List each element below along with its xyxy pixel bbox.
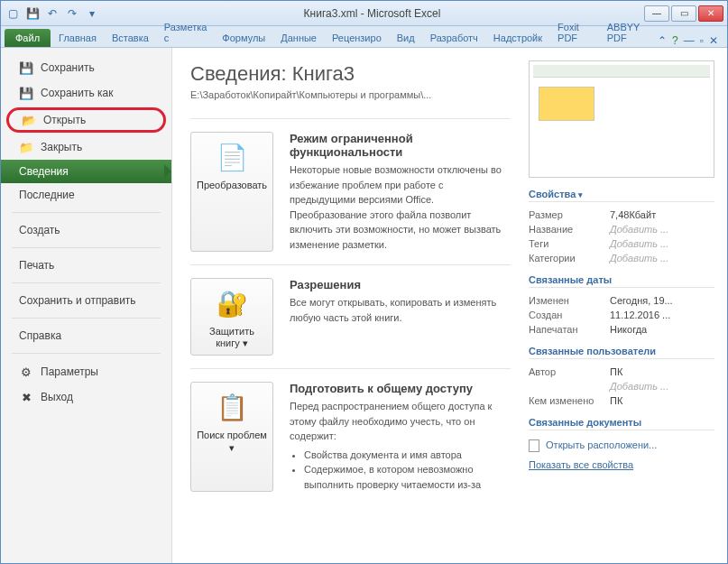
nav-print[interactable]: Печать xyxy=(1,254,171,277)
prop-value[interactable]: Добавить ... xyxy=(610,381,714,392)
prop-label: Категории xyxy=(529,253,610,264)
check-issues-button[interactable]: 📋 Поиск проблем ▾ xyxy=(190,382,273,492)
tab-review[interactable]: Рецензиро xyxy=(325,29,389,47)
window-restore-icon[interactable]: ▫ xyxy=(700,34,704,47)
nav-separator xyxy=(12,247,161,248)
dates-heading: Связанные даты xyxy=(529,274,714,288)
convert-label: Преобразовать xyxy=(197,180,267,191)
nav-label: Открыть xyxy=(43,114,86,126)
tab-data[interactable]: Данные xyxy=(273,29,324,47)
backstage: 💾 Сохранить 💾 Сохранить как 📂 Открыть 📁 … xyxy=(1,48,727,563)
users-heading: Связанные пользователи xyxy=(529,346,714,359)
close-button[interactable]: ✕ xyxy=(698,5,723,22)
window-close-inner-icon[interactable]: ✕ xyxy=(709,34,718,47)
info-title: Сведения: Книга3 xyxy=(190,62,511,86)
prop-label: Создан xyxy=(529,310,610,320)
nav-label: Выход xyxy=(41,391,73,403)
section-body: Все могут открывать, копировать и изменя… xyxy=(290,295,511,325)
prop-value[interactable]: Добавить ... xyxy=(610,238,714,249)
minimize-ribbon-icon[interactable]: ⌃ xyxy=(658,34,667,47)
nav-save[interactable]: 💾 Сохранить xyxy=(1,55,171,80)
undo-icon[interactable]: ↶ xyxy=(44,5,60,22)
nav-info[interactable]: Сведения xyxy=(1,160,171,183)
protect-button[interactable]: 🔐 Защитить книгу ▾ xyxy=(190,278,273,356)
section-convert: 📄 Преобразовать Режим ограниченной функц… xyxy=(190,118,511,264)
nav-separator xyxy=(12,318,161,319)
close-file-icon: 📁 xyxy=(19,140,33,154)
nav-new[interactable]: Создать xyxy=(1,218,171,242)
prop-label xyxy=(529,381,610,392)
nav-label: Сохранить как xyxy=(41,87,113,99)
convert-button[interactable]: 📄 Преобразовать xyxy=(190,132,273,252)
nav-label: Параметры xyxy=(41,365,98,378)
prop-row-author: Автор ПК xyxy=(529,365,714,379)
tab-insert[interactable]: Вставка xyxy=(105,29,156,47)
thumb-sheet xyxy=(533,81,710,173)
section-heading: Разрешения xyxy=(290,278,511,291)
docs-heading: Связанные документы xyxy=(529,417,714,430)
prop-label: Размер xyxy=(529,209,610,220)
prop-value: 7,48Кбайт xyxy=(610,209,714,220)
prop-row-categories: Категории Добавить ... xyxy=(529,251,714,265)
qat-dropdown-icon[interactable]: ▾ xyxy=(84,5,100,22)
tab-home[interactable]: Главная xyxy=(51,29,104,47)
nav-save-as[interactable]: 💾 Сохранить как xyxy=(1,80,171,106)
nav-close[interactable]: 📁 Закрыть xyxy=(1,134,171,160)
prop-value: ПК xyxy=(610,395,714,406)
help-icon[interactable]: ? xyxy=(672,34,678,47)
prop-label: Напечатан xyxy=(529,324,610,335)
show-all-props-link[interactable]: Показать все свойства xyxy=(529,456,714,474)
open-location-link[interactable]: Открыть расположени... xyxy=(529,436,714,456)
prop-value: Сегодня, 19... xyxy=(610,295,714,306)
nav-share[interactable]: Сохранить и отправить xyxy=(1,289,171,312)
redo-icon[interactable]: ↷ xyxy=(64,5,80,22)
prop-value: 11.12.2016 ... xyxy=(610,310,714,320)
section-body: Перед распространением общего доступа к … xyxy=(290,399,511,492)
prop-row-created: Создан 11.12.2016 ... xyxy=(529,308,714,322)
properties-heading[interactable]: Свойства xyxy=(529,189,714,202)
nav-open[interactable]: 📂 Открыть xyxy=(6,107,166,133)
save-icon: 💾 xyxy=(19,60,33,75)
thumb-data-block xyxy=(539,87,594,121)
checklist-icon: 📋 xyxy=(213,388,251,426)
nav-label: Последние xyxy=(19,189,75,201)
nav-separator xyxy=(12,282,161,283)
exit-icon: ✖ xyxy=(19,390,33,404)
document-thumbnail[interactable] xyxy=(529,60,714,178)
nav-separator xyxy=(12,212,161,213)
save-icon[interactable]: 💾 xyxy=(24,5,41,22)
tab-addins[interactable]: Надстройк xyxy=(486,29,549,47)
maximize-button[interactable]: ▭ xyxy=(671,5,696,22)
tab-layout[interactable]: Разметка с xyxy=(157,18,215,47)
prop-value: Никогда xyxy=(610,324,714,335)
tab-foxit[interactable]: Foxit PDF xyxy=(550,18,599,47)
tab-file[interactable]: Файл xyxy=(5,29,51,47)
ribbon-help-area: ⌃ ? — ▫ ✕ xyxy=(658,34,723,47)
nav-label: Справка xyxy=(19,329,61,342)
prop-row-tags: Теги Добавить ... xyxy=(529,236,714,251)
nav-help[interactable]: Справка xyxy=(1,324,171,347)
prop-label: Название xyxy=(529,224,610,235)
tab-view[interactable]: Вид xyxy=(390,29,422,47)
tab-developer[interactable]: Разработч xyxy=(423,29,485,47)
prop-value[interactable]: Добавить ... xyxy=(610,224,714,235)
nav-label: Печать xyxy=(19,259,54,272)
prop-value[interactable]: Добавить ... xyxy=(610,253,714,264)
nav-label: Создать xyxy=(19,224,60,236)
save-as-icon: 💾 xyxy=(19,86,33,100)
prop-label: Изменен xyxy=(529,295,610,306)
tab-abbyy[interactable]: ABBYY PDF xyxy=(600,18,657,47)
window-minimize-icon[interactable]: — xyxy=(684,34,695,47)
tab-formulas[interactable]: Формулы xyxy=(215,29,272,47)
section-text: Подготовить к общему доступу Перед распр… xyxy=(290,382,511,492)
section-body: Некоторые новые возможности отключены во… xyxy=(290,162,511,252)
nav-recent[interactable]: Последние xyxy=(1,183,171,207)
prop-row-title: Название Добавить ... xyxy=(529,222,714,236)
prop-row-lastmod: Кем изменено ПК xyxy=(529,393,714,408)
nav-exit[interactable]: ✖ Выход xyxy=(1,384,171,410)
info-main-column: Сведения: Книга3 E:\Заработок\Копирайт\К… xyxy=(172,48,529,563)
prop-value: ПК xyxy=(610,366,714,377)
nav-options[interactable]: ⚙ Параметры xyxy=(1,359,171,384)
nav-label: Сведения xyxy=(19,165,69,178)
convert-icon: 📄 xyxy=(213,138,251,176)
